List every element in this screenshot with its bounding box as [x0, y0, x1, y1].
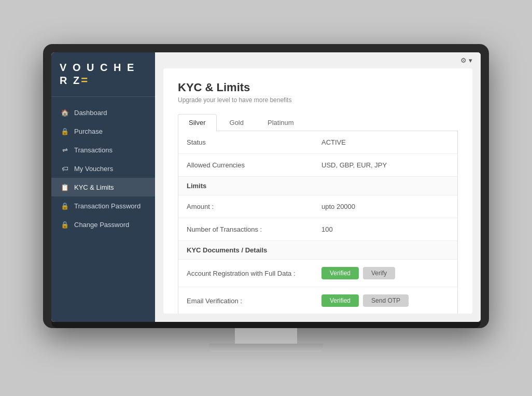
sidebar-item-transaction-password[interactable]: 🔒 Transaction Password: [51, 196, 155, 215]
email-verification-row: Email Verification : Verified Send OTP: [178, 287, 457, 314]
sidebar-nav: 🏠 Dashboard 🔒 Purchase ⇌ Transactions: [51, 97, 155, 240]
page-title: KYC & Limits: [178, 81, 458, 94]
sidebar-item-transactions[interactable]: ⇌ Transactions: [51, 140, 155, 159]
amount-row: Amount : upto 20000: [178, 195, 457, 218]
sidebar: V O U C H E R Z= 🏠 Dashboard 🔒 Purchase: [51, 52, 155, 322]
kyc-table: Status ACTIVE Allowed Currencies USD, GB…: [178, 131, 458, 314]
status-row: Status ACTIVE: [178, 131, 457, 154]
top-bar: ⚙ ▾: [155, 52, 481, 68]
change-password-icon: 🔒: [61, 220, 69, 229]
gear-icon: ⚙: [460, 56, 467, 64]
tab-platinum[interactable]: Platinum: [257, 114, 305, 131]
tab-silver[interactable]: Silver: [178, 114, 217, 131]
tab-gold[interactable]: Gold: [219, 114, 255, 131]
stand-base: [209, 344, 323, 352]
sidebar-item-dashboard[interactable]: 🏠 Dashboard: [51, 103, 155, 122]
account-verify-button[interactable]: Verify: [363, 267, 395, 279]
transactions-value: 100: [321, 225, 333, 233]
page-subtitle: Upgrade your level to have more benefits: [178, 96, 458, 104]
monitor-stand: [209, 328, 323, 352]
amount-label: Amount :: [187, 203, 321, 210]
chevron-down-icon: ▾: [469, 56, 472, 64]
sidebar-item-purchase[interactable]: 🔒 Purchase: [51, 122, 155, 140]
sidebar-item-kyc-limits[interactable]: 📋 KYC & Limits: [51, 178, 155, 196]
logo: V O U C H E R Z=: [51, 52, 155, 97]
transactions-icon: ⇌: [61, 146, 69, 154]
currencies-label: Allowed Currencies: [187, 161, 321, 169]
account-verified-badge[interactable]: Verified: [321, 267, 359, 279]
docs-section-header: KYC Documents / Details: [178, 241, 457, 260]
sidebar-item-change-password[interactable]: 🔒 Change Password: [51, 215, 155, 234]
status-label: Status: [187, 138, 321, 146]
tabs-container: Silver Gold Platinum: [178, 114, 458, 131]
email-verified-badge[interactable]: Verified: [321, 294, 359, 307]
currencies-row: Allowed Currencies USD, GBP, EUR, JPY: [178, 154, 457, 177]
account-registration-row: Account Registration with Full Data : Ve…: [178, 260, 457, 287]
amount-value: upto 20000: [321, 203, 355, 210]
transactions-row: Number of Transactions : 100: [178, 218, 457, 241]
email-verification-label: Email Verification :: [187, 297, 321, 305]
status-value: ACTIVE: [321, 138, 346, 146]
vouchers-icon: 🏷: [61, 164, 69, 173]
email-verification-actions: Verified Send OTP: [321, 294, 409, 307]
currencies-value: USD, GBP, EUR, JPY: [321, 161, 387, 169]
account-registration-label: Account Registration with Full Data :: [187, 270, 321, 277]
account-registration-actions: Verified Verify: [321, 267, 395, 279]
email-send-otp-button[interactable]: Send OTP: [363, 294, 409, 307]
content-area: KYC & Limits Upgrade your level to have …: [163, 68, 472, 314]
txn-password-icon: 🔒: [61, 202, 69, 210]
kyc-icon: 📋: [61, 183, 69, 191]
sidebar-item-my-vouchers[interactable]: 🏷 My Vouchers: [51, 159, 155, 178]
transactions-label: Number of Transactions :: [187, 225, 321, 233]
stand-neck: [235, 328, 297, 344]
settings-button[interactable]: ⚙ ▾: [460, 56, 472, 64]
home-icon: 🏠: [61, 108, 69, 117]
purchase-icon: 🔒: [61, 127, 69, 135]
limits-section-header: Limits: [178, 177, 457, 195]
main-content: ⚙ ▾ KYC & Limits Upgrade your level to h…: [155, 52, 481, 322]
